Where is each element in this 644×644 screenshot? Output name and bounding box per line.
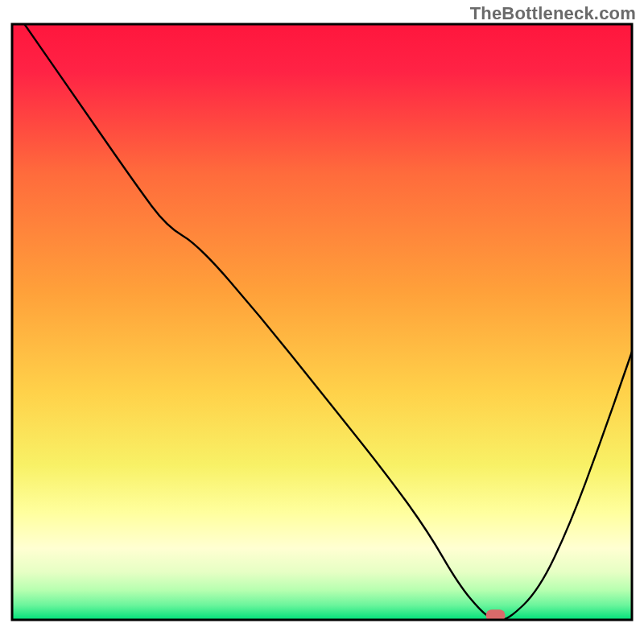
bottleneck-chart — [0, 0, 644, 644]
heat-background — [12, 24, 632, 620]
watermark-text: TheBottleneck.com — [470, 3, 636, 24]
